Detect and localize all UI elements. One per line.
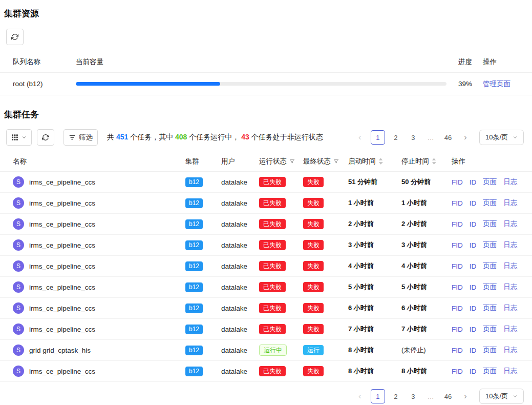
row-action-link[interactable]: 日志 bbox=[503, 282, 517, 292]
row-action-link[interactable]: FID bbox=[452, 199, 463, 207]
task-name: irms_ce_pipeline_ccs bbox=[29, 220, 95, 228]
filter-lines-icon bbox=[69, 134, 76, 141]
col-cluster: 集群 bbox=[185, 157, 221, 166]
pagination-next-button[interactable]: › bbox=[459, 130, 472, 145]
row-action-link[interactable]: FID bbox=[452, 241, 463, 249]
row-action-link[interactable]: FID bbox=[452, 220, 463, 228]
row-action-link[interactable]: 页面 bbox=[483, 261, 497, 271]
row-action-link[interactable]: 页面 bbox=[483, 325, 497, 334]
row-action-link[interactable]: 日志 bbox=[503, 261, 517, 271]
row-action-link[interactable]: ID bbox=[470, 305, 477, 312]
avatar: S bbox=[13, 260, 24, 272]
task-name: irms_ce_pipeline_ccs bbox=[29, 284, 95, 291]
cluster-badge: b12 bbox=[185, 240, 203, 250]
manage-page-link[interactable]: 管理页面 bbox=[483, 80, 510, 88]
avatar: S bbox=[13, 345, 24, 356]
task-name: irms_ce_pipeline_ccs bbox=[29, 241, 95, 249]
pagination-page-3[interactable]: 3 bbox=[407, 389, 420, 403]
row-action-link[interactable]: FID bbox=[452, 262, 463, 270]
final-status-badge: 失败 bbox=[303, 261, 324, 271]
pagination-page-46[interactable]: 46 bbox=[441, 389, 455, 403]
row-action-link[interactable]: 页面 bbox=[483, 219, 497, 229]
column-settings-button[interactable] bbox=[6, 129, 32, 146]
row-action-link[interactable]: 页面 bbox=[483, 346, 497, 355]
run-status-badge: 已失败 bbox=[259, 240, 286, 250]
pagination-prev-button[interactable]: ‹ bbox=[353, 389, 367, 403]
row-action-link[interactable]: ID bbox=[470, 241, 477, 249]
pagination-next-button[interactable]: › bbox=[459, 389, 472, 403]
pagination-page-2[interactable]: 2 bbox=[389, 130, 402, 145]
start-time: 8 小时前 bbox=[348, 346, 401, 355]
row-action-link[interactable]: 日志 bbox=[503, 303, 517, 313]
row-action-link[interactable]: 日志 bbox=[503, 219, 517, 229]
row-action-link[interactable]: ID bbox=[470, 220, 477, 228]
row-action-link[interactable]: 日志 bbox=[503, 367, 517, 376]
row-actions: FIDID页面日志 bbox=[452, 367, 532, 376]
total-count: 451 bbox=[116, 133, 128, 141]
row-action-link[interactable]: FID bbox=[452, 347, 463, 354]
row-action-link[interactable]: 日志 bbox=[503, 240, 517, 250]
row-action-link[interactable]: 页面 bbox=[483, 282, 497, 292]
row-actions: FIDID页面日志 bbox=[452, 198, 532, 208]
pagination-page-46[interactable]: 46 bbox=[441, 130, 455, 145]
row-action-link[interactable]: 页面 bbox=[483, 367, 497, 376]
tasks-refresh-button[interactable] bbox=[37, 129, 54, 146]
row-action-link[interactable]: ID bbox=[470, 178, 477, 186]
final-status-badge: 失败 bbox=[303, 219, 324, 229]
start-time: 2 小时前 bbox=[348, 219, 401, 229]
row-action-link[interactable]: 日志 bbox=[503, 325, 517, 334]
col-start-time: 启动时间 bbox=[348, 157, 401, 166]
tasks-table-header: 名称 集群 用户 运行状态 最终状态 启动时间 停止时间 操作 bbox=[0, 151, 532, 172]
final-status-filter-icon[interactable] bbox=[333, 158, 339, 164]
row-action-link[interactable]: ID bbox=[470, 368, 477, 375]
row-action-link[interactable]: 页面 bbox=[483, 303, 497, 313]
pagination-prev-button[interactable]: ‹ bbox=[353, 130, 367, 145]
row-action-link[interactable]: FID bbox=[452, 368, 463, 375]
row-action-link[interactable]: FID bbox=[452, 284, 463, 291]
pagination-ellipsis[interactable]: … bbox=[424, 389, 437, 403]
page-size-select-top[interactable]: 10条/页 bbox=[479, 130, 524, 145]
stop-time-sorter-icon[interactable] bbox=[432, 158, 436, 165]
cluster-badge: b12 bbox=[185, 198, 203, 208]
refresh-icon bbox=[42, 134, 49, 141]
pagination-page-1[interactable]: 1 bbox=[371, 389, 385, 403]
stop-time: 6 小时前 bbox=[401, 303, 452, 313]
row-action-link[interactable]: 日志 bbox=[503, 198, 517, 208]
row-action-link[interactable]: ID bbox=[470, 347, 477, 354]
table-row: S grid grid_cptask_his b12 datalake 运行中 … bbox=[0, 340, 532, 361]
filter-button[interactable]: 筛选 bbox=[63, 129, 98, 146]
task-name: irms_ce_pipeline_ccs bbox=[29, 368, 95, 375]
row-action-link[interactable]: 日志 bbox=[503, 346, 517, 355]
avatar: S bbox=[13, 239, 24, 251]
pagination-ellipsis[interactable]: … bbox=[424, 130, 437, 145]
grid-icon bbox=[11, 134, 18, 141]
row-action-link[interactable]: 页面 bbox=[483, 240, 497, 250]
row-action-link[interactable]: FID bbox=[452, 326, 463, 333]
row-action-link[interactable]: ID bbox=[470, 326, 477, 333]
tasks-toolbar: 筛选 共 451 个任务，其中 408 个任务运行中， 43 个任务处于非运行状… bbox=[6, 129, 524, 146]
final-status-badge: 失败 bbox=[303, 198, 324, 208]
row-action-link[interactable]: ID bbox=[470, 199, 477, 207]
row-action-link[interactable]: 日志 bbox=[503, 177, 517, 187]
refresh-icon bbox=[11, 33, 18, 40]
user-name: datalake bbox=[221, 305, 259, 312]
row-action-link[interactable]: ID bbox=[470, 284, 477, 291]
row-action-link[interactable]: 页面 bbox=[483, 198, 497, 208]
pagination-page-2[interactable]: 2 bbox=[389, 389, 402, 403]
row-action-link[interactable]: 页面 bbox=[483, 177, 497, 187]
row-action-link[interactable]: FID bbox=[452, 305, 463, 312]
row-action-link[interactable]: ID bbox=[470, 262, 477, 270]
avatar: S bbox=[13, 197, 24, 209]
start-time-sorter-icon[interactable] bbox=[378, 158, 383, 165]
avatar: S bbox=[13, 218, 24, 230]
tasks-table-body: S irms_ce_pipeline_ccs b12 datalake 已失败 … bbox=[0, 172, 532, 382]
avatar: S bbox=[13, 281, 24, 293]
row-action-link[interactable]: FID bbox=[452, 178, 463, 186]
task-name: irms_ce_pipeline_ccs bbox=[29, 326, 95, 333]
pagination-page-3[interactable]: 3 bbox=[407, 130, 420, 145]
pagination-page-1[interactable]: 1 bbox=[371, 130, 385, 145]
page-size-select-bottom[interactable]: 10条/页 bbox=[479, 389, 524, 404]
run-status-filter-icon[interactable] bbox=[289, 158, 295, 164]
resources-refresh-button[interactable] bbox=[6, 29, 24, 45]
task-name: irms_ce_pipeline_ccs bbox=[29, 262, 95, 270]
